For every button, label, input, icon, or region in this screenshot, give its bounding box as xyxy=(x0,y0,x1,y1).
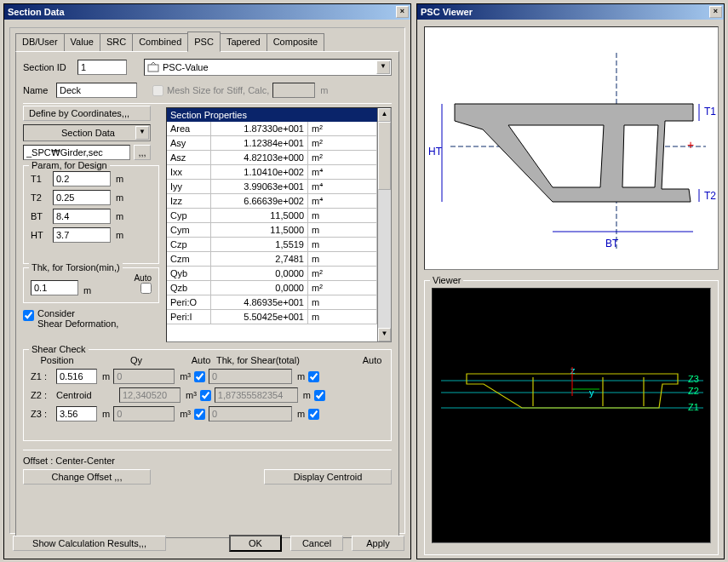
svg-text:Z1: Z1 xyxy=(688,402,699,412)
section-properties-list[interactable]: Section Properties Area1.87330e+001m²Asy… xyxy=(166,107,392,342)
centroid-marker: + xyxy=(687,138,694,152)
param-label-T2: T2 xyxy=(31,192,49,203)
viewer-fieldset: Viewer z y Z3 Z2 Z1 xyxy=(424,280,719,555)
prop-row[interactable]: Qyb0,0000m² xyxy=(167,267,377,281)
mesh-size-checkbox xyxy=(152,85,163,96)
consider-shear-label: Consider Shear Deformation, xyxy=(37,308,118,329)
cancel-button[interactable]: Cancel xyxy=(290,536,343,551)
tab-combined[interactable]: Combined xyxy=(132,33,188,52)
prop-row[interactable]: Asz4.82103e+000m² xyxy=(167,151,377,165)
change-offset-button[interactable]: Change Offset ,,, xyxy=(23,469,151,485)
scroll-up-icon[interactable]: ▲ xyxy=(378,108,391,122)
thk-torsion-input[interactable] xyxy=(31,280,78,295)
scroll-thumb[interactable] xyxy=(378,122,391,190)
show-calc-results-button[interactable]: Show Calculation Results,,, xyxy=(13,536,166,551)
psc-diagram: HT BT T1 T2 + xyxy=(424,26,719,270)
psc-value-label: PSC-Value xyxy=(163,62,209,72)
close-icon-2[interactable]: × xyxy=(709,6,722,18)
main-panel: DB/UserValueSRCCombinedPSCTaperedComposi… xyxy=(9,27,405,534)
scroll-down-icon[interactable]: ▼ xyxy=(378,328,391,341)
prop-row[interactable]: Ixx1.10410e+002m⁴ xyxy=(167,165,377,180)
param-input-BT[interactable] xyxy=(53,209,111,224)
shear-auto2-z2[interactable] xyxy=(314,390,325,401)
apply-button[interactable]: Apply xyxy=(352,536,404,551)
param-input-HT[interactable] xyxy=(53,227,111,243)
svg-text:T1: T1 xyxy=(704,106,716,118)
define-by-coordinates-button[interactable]: Define by Coordinates,,, xyxy=(23,106,151,121)
shear-thk-z2 xyxy=(215,387,298,403)
shear-auto1-z1[interactable] xyxy=(194,371,205,382)
section-properties-header: Section Properties xyxy=(167,108,391,122)
section-data-dropdown[interactable]: Section Data ▼ xyxy=(23,124,151,141)
psc-icon xyxy=(147,61,159,73)
shear-auto1-z2[interactable] xyxy=(200,390,211,401)
thk-torsion-auto-checkbox[interactable] xyxy=(140,283,152,294)
prop-row[interactable]: Area1.87330e+001m² xyxy=(167,122,377,136)
tab-tapered[interactable]: Tapered xyxy=(220,33,267,52)
prop-row[interactable]: Peri:O4.86935e+001m xyxy=(167,295,377,310)
section-data-titlebar[interactable]: Section Data × xyxy=(4,4,410,20)
psc-section-svg: HT BT T1 T2 + xyxy=(425,27,719,271)
psc-value-dropdown[interactable]: PSC-Value ▼ xyxy=(144,59,392,76)
filename-input[interactable] xyxy=(23,145,130,160)
tab-psc[interactable]: PSC xyxy=(187,32,221,52)
viewer-titlebar[interactable]: PSC Viewer × xyxy=(417,4,724,20)
shear-thk-z3 xyxy=(209,406,292,422)
shear-check-legend: Shear Check xyxy=(29,344,89,354)
param-design-legend: Param, for Design xyxy=(29,160,110,170)
shear-qy-z3 xyxy=(113,406,175,422)
tab-db-user[interactable]: DB/User xyxy=(15,33,65,52)
shear-thk-z1 xyxy=(209,369,292,384)
psc-viewer-window: PSC Viewer × HT BT T1 T2 + Vie xyxy=(416,3,725,559)
shear-pos-z1[interactable] xyxy=(56,369,97,384)
prop-row[interactable]: Izz6.66639e+002m⁴ xyxy=(167,194,377,209)
tab-body: Section ID PSC-Value ▼ Name Mesh Size xyxy=(15,51,399,538)
section-id-input[interactable] xyxy=(77,60,127,75)
param-input-T1[interactable] xyxy=(53,171,111,186)
prop-row[interactable]: Cyp11,5000m xyxy=(167,209,377,223)
param-label-BT: BT xyxy=(31,211,49,221)
browse-button[interactable]: ,,, xyxy=(134,145,151,160)
name-label: Name xyxy=(23,85,53,95)
shear-auto1-z3[interactable] xyxy=(194,409,205,420)
prop-row[interactable]: Czm2,7481m xyxy=(167,252,377,267)
tab-src[interactable]: SRC xyxy=(100,33,133,52)
display-centroid-button[interactable]: Display Centroid xyxy=(264,469,392,485)
svg-text:T2: T2 xyxy=(704,190,716,202)
chevron-down-icon[interactable]: ▼ xyxy=(376,60,390,74)
prop-row[interactable]: Cym11,5000m xyxy=(167,223,377,238)
chevron-down-icon-2[interactable]: ▼ xyxy=(135,126,149,140)
window-title: Section Data xyxy=(8,4,396,20)
viewer-window-title: PSC Viewer xyxy=(421,4,709,20)
shear-qy-z1 xyxy=(113,369,175,384)
param-input-T2[interactable] xyxy=(53,190,111,205)
mesh-size-input xyxy=(272,83,315,98)
mesh-unit: m xyxy=(320,85,328,95)
name-input[interactable] xyxy=(56,83,137,98)
thk-torsion-fieldset: Thk, for Torsion(min,) m Auto xyxy=(23,267,159,303)
scrollbar[interactable]: ▲ ▼ xyxy=(377,108,391,341)
prop-row[interactable]: Asy1.12384e+001m² xyxy=(167,136,377,151)
section-data-window: Section Data × DB/UserValueSRCCombinedPS… xyxy=(3,3,411,559)
ok-button[interactable]: OK xyxy=(229,535,282,552)
left-column: Define by Coordinates,,, Section Data ▼ … xyxy=(23,106,159,342)
mesh-size-label: Mesh Size for Stiff, Calc, xyxy=(167,85,269,95)
param-design-fieldset: Param, for Design T1 mT2 mBT mHT m xyxy=(23,165,159,264)
param-label-HT: HT xyxy=(31,230,49,240)
shear-qy-z2 xyxy=(119,387,181,403)
close-icon[interactable]: × xyxy=(396,6,409,18)
prop-row[interactable]: Czp1,5519m xyxy=(167,238,377,252)
shear-auto2-z1[interactable] xyxy=(308,371,319,382)
viewer-canvas[interactable]: z y Z3 Z2 Z1 xyxy=(432,288,711,543)
prop-row[interactable]: Iyy3.99063e+001m⁴ xyxy=(167,180,377,194)
thk-torsion-legend: Thk, for Torsion(min,) xyxy=(29,262,123,272)
shear-pos-z3[interactable] xyxy=(56,406,97,422)
consider-shear-checkbox[interactable] xyxy=(23,310,34,321)
svg-text:z: z xyxy=(570,365,576,376)
tab-composite[interactable]: Composite xyxy=(267,33,325,52)
shear-auto2-z3[interactable] xyxy=(308,409,319,420)
prop-row[interactable]: Qzb0,0000m² xyxy=(167,281,377,295)
prop-row[interactable]: Peri:I5.50425e+001m xyxy=(167,310,377,324)
tab-value[interactable]: Value xyxy=(64,33,100,52)
tab-bar: DB/UserValueSRCCombinedPSCTaperedComposi… xyxy=(15,33,399,52)
